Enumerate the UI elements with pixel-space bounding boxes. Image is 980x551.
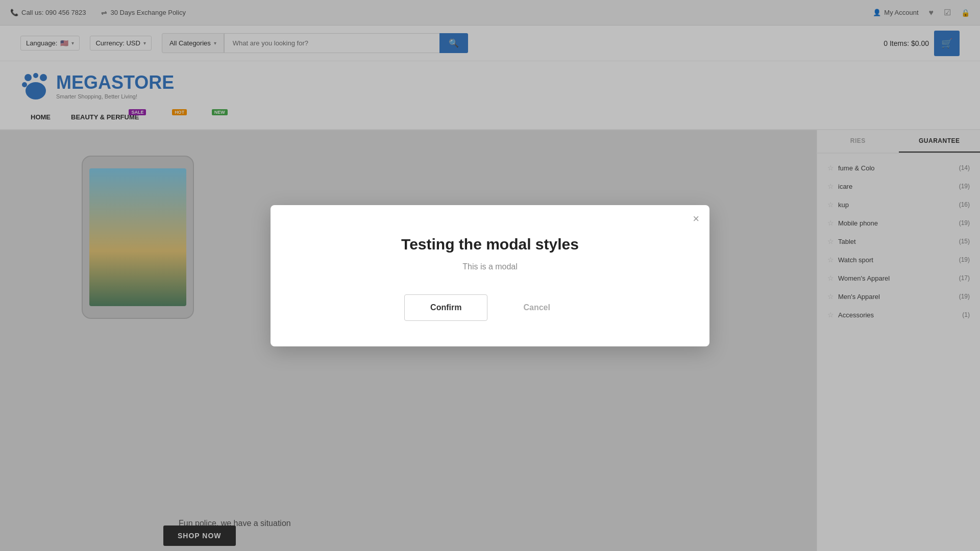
modal-close-button[interactable]: × (693, 213, 699, 224)
modal-title: Testing the modal styles (291, 236, 689, 253)
modal-actions: Confirm Cancel (291, 294, 689, 321)
modal-dialog: × Testing the modal styles This is a mod… (271, 205, 709, 346)
modal-body: This is a modal (291, 262, 689, 271)
cancel-button[interactable]: Cancel (498, 294, 575, 321)
modal-overlay[interactable]: × Testing the modal styles This is a mod… (0, 0, 980, 551)
confirm-button[interactable]: Confirm (404, 294, 487, 321)
